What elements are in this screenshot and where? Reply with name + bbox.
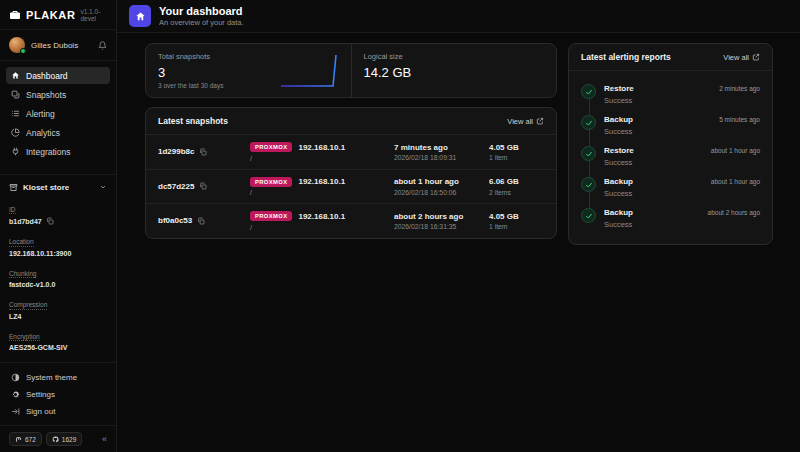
collapse-sidebar-icon[interactable]: «	[102, 434, 107, 444]
alert-type: Restore	[604, 146, 634, 155]
sidebar-item-snapshots[interactable]: Snapshots	[6, 86, 110, 103]
latest-alerting-panel: Latest alerting reports View all Restore…	[568, 43, 773, 245]
source-badge: PROXMOX	[250, 211, 292, 221]
page-header-text: Your dashboard An overview of your data.	[159, 5, 244, 27]
sidebar-nav: Dashboard Snapshots Alerting Analytics I…	[0, 61, 116, 166]
alert-time: about 1 hour ago	[711, 177, 760, 198]
copy-icon[interactable]	[199, 182, 207, 190]
source-badge: PROXMOX	[250, 177, 292, 187]
nav-label: Alerting	[26, 109, 55, 119]
source-badge: PROXMOX	[250, 142, 292, 152]
sign-out-button[interactable]: Sign out	[6, 403, 110, 419]
sidebar-badge-row: 672 1629 «	[0, 425, 116, 452]
snapshot-size: 4.05 GB	[489, 143, 544, 152]
store-field-label: Compression	[9, 301, 47, 310]
source-host: 192.168.10.1	[298, 177, 345, 186]
store-field-id: ID b1d7bd47	[9, 198, 107, 226]
chevron-down-icon[interactable]	[99, 183, 107, 191]
system-theme-button[interactable]: System theme	[6, 369, 110, 385]
view-all-label: View all	[723, 53, 749, 62]
list-item[interactable]: Restore Success about 1 hour ago	[581, 141, 760, 172]
snapshot-id: dc57d225	[158, 182, 194, 191]
store-title: Kloset store	[23, 183, 69, 192]
snapshot-id: bf0a0c53	[158, 216, 192, 225]
mastodon-count: 672	[25, 436, 36, 443]
snapshot-size: 4.05 GB	[489, 212, 544, 221]
nav-label: Integrations	[26, 147, 70, 157]
footer-nav-label: System theme	[26, 373, 77, 382]
table-row[interactable]: 1d299b8c PROXMOX 192.168.10.1 / 7 minute…	[146, 135, 556, 170]
bell-icon[interactable]	[98, 41, 107, 50]
store-field-label: Encryption	[9, 333, 40, 342]
page-subtitle: An overview of your data.	[159, 18, 244, 27]
external-link-icon	[752, 53, 760, 61]
stat-value: 14.2 GB	[364, 65, 545, 80]
settings-button[interactable]: Settings	[6, 386, 110, 402]
alert-type: Backup	[604, 177, 633, 186]
online-status-dot	[20, 48, 26, 54]
alerts-view-all-link[interactable]: View all	[723, 53, 760, 62]
snapshots-view-all-link[interactable]: View all	[507, 117, 544, 126]
source-host: 192.168.10.1	[298, 212, 345, 221]
store-field-compression: Compression LZ4	[9, 293, 107, 320]
app-name: PLAKAR	[26, 9, 75, 21]
app-version: v1.1.0-devel	[80, 8, 108, 22]
sidebar-item-dashboard[interactable]: Dashboard	[6, 67, 110, 84]
alerts-list: Restore Success 2 minutes ago Backup Suc…	[569, 71, 772, 244]
store-field-location: Location 192.168.10.11:3900	[9, 230, 107, 257]
snapshot-items: 2 items	[489, 189, 544, 196]
snapshot-items: 1 item	[489, 223, 544, 230]
store-field-chunking: Chunking fastcdc-v1.0.0	[9, 262, 107, 289]
github-badge[interactable]: 1629	[46, 432, 82, 446]
copy-icon[interactable]	[199, 148, 207, 156]
plakar-logo-icon	[9, 9, 21, 21]
store-field-value: AES256-GCM-SIV	[9, 344, 67, 351]
latest-snapshots-panel: Latest snapshots View all 1d299b8c PROXM…	[145, 107, 557, 239]
sidebar-item-analytics[interactable]: Analytics	[6, 124, 110, 141]
alert-time: about 2 hours ago	[708, 208, 760, 229]
stats-card: Total snapshots 3 3 over the last 30 day…	[145, 43, 557, 98]
timestamp: 2026/02/18 16:50:06	[394, 189, 489, 196]
list-item[interactable]: Backup Success 5 minutes ago	[581, 110, 760, 141]
relative-time: 7 minutes ago	[394, 143, 489, 152]
alert-type: Backup	[604, 208, 633, 217]
alert-type: Restore	[604, 84, 634, 93]
alert-type: Backup	[604, 115, 633, 124]
right-column: Latest alerting reports View all Restore…	[568, 43, 773, 245]
list-item[interactable]: Restore Success 2 minutes ago	[581, 79, 760, 110]
footer-nav-label: Settings	[26, 390, 55, 399]
sign-out-icon	[11, 407, 20, 416]
gear-icon	[11, 390, 20, 399]
nav-label: Dashboard	[26, 71, 68, 81]
snapshot-id: 1d299b8c	[158, 147, 194, 156]
alert-status: Success	[604, 96, 634, 105]
nav-label: Analytics	[26, 128, 60, 138]
list-item[interactable]: Backup Success about 1 hour ago	[581, 172, 760, 203]
store-icon	[9, 183, 18, 192]
timestamp: 2026/02/18 16:31:35	[394, 223, 489, 230]
user-name: Gilles Dubois	[31, 41, 78, 50]
store-field-value: fastcdc-v1.0.0	[9, 281, 55, 288]
store-field-value: 192.168.10.11:3900	[9, 250, 71, 257]
avatar[interactable]	[9, 37, 25, 53]
list-item[interactable]: Backup Success about 2 hours ago	[581, 203, 760, 234]
source-path: /	[250, 189, 394, 196]
copy-icon[interactable]	[46, 217, 54, 225]
mastodon-badge[interactable]: 672	[9, 432, 42, 446]
sidebar-item-alerting[interactable]: Alerting	[6, 105, 110, 122]
table-row[interactable]: bf0a0c53 PROXMOX 192.168.10.1 / about 2 …	[146, 204, 556, 238]
sidebar-spacer	[0, 166, 116, 174]
alert-time: 2 minutes ago	[719, 84, 760, 105]
stat-total-snapshots: Total snapshots 3 3 over the last 30 day…	[146, 44, 351, 97]
user-row[interactable]: Gilles Dubois	[0, 30, 116, 61]
snapshots-sparkline	[279, 52, 341, 90]
external-link-icon	[536, 117, 544, 125]
sidebar-footer-nav: System theme Settings Sign out	[0, 362, 116, 425]
kloset-store-header[interactable]: Kloset store	[9, 183, 107, 192]
table-row[interactable]: dc57d225 PROXMOX 192.168.10.1 / about 1 …	[146, 170, 556, 205]
panel-title: Latest alerting reports	[581, 52, 671, 62]
sidebar-item-integrations[interactable]: Integrations	[6, 143, 110, 160]
view-all-label: View all	[507, 117, 533, 126]
github-count: 1629	[62, 436, 76, 443]
copy-icon[interactable]	[197, 217, 205, 225]
